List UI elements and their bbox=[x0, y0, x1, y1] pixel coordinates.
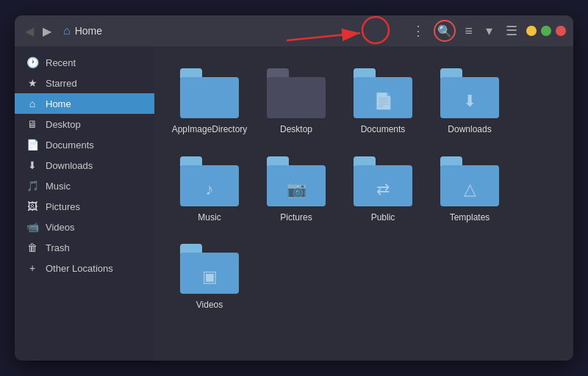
sidebar-item-trash[interactable]: 🗑 Trash bbox=[15, 237, 154, 258]
sidebar-item-documents[interactable]: 📄 Documents bbox=[15, 134, 154, 155]
titlebar: ◀ ▶ ⌂ Home ⋮ 🔍 ≡ ▾ ☰ bbox=[15, 15, 573, 46]
templates-inner-icon: △ bbox=[464, 180, 476, 199]
sidebar-item-label: Recent bbox=[46, 57, 76, 68]
sidebar-item-pictures[interactable]: 🖼 Pictures bbox=[15, 196, 154, 217]
minimize-button[interactable] bbox=[526, 26, 537, 36]
downloads-inner-icon: ⬇ bbox=[463, 92, 476, 111]
folder-label-pictures: Pictures bbox=[280, 212, 312, 224]
content-area: 🕐 Recent ★ Starred ⌂ Home 🖥 Desktop 📄 Do… bbox=[15, 46, 573, 361]
sidebar: 🕐 Recent ★ Starred ⌂ Home 🖥 Desktop 📄 Do… bbox=[15, 46, 154, 361]
sidebar-item-starred[interactable]: ★ Starred bbox=[15, 73, 154, 93]
folder-label-templates: Templates bbox=[450, 212, 490, 224]
folder-label-appimage: AppImageDirectory bbox=[172, 124, 248, 136]
sidebar-item-label: Downloads bbox=[46, 160, 93, 171]
sidebar-item-home[interactable]: ⌂ Home bbox=[15, 93, 154, 114]
folder-music[interactable]: ♪ Music bbox=[169, 149, 250, 231]
music-icon: 🎵 bbox=[26, 180, 38, 192]
page-title: Home bbox=[75, 25, 102, 37]
folder-pictures[interactable]: 📷 Pictures bbox=[256, 149, 337, 231]
folder-icon-downloads: ⬇ bbox=[440, 68, 499, 118]
document-inner-icon: 📄 bbox=[373, 92, 393, 111]
folder-label-documents: Documents bbox=[361, 124, 406, 136]
sidebar-item-other[interactable]: + Other Locations bbox=[15, 258, 154, 278]
home-icon: ⌂ bbox=[63, 24, 71, 37]
folder-documents[interactable]: 📄 Documents bbox=[343, 61, 423, 143]
back-button[interactable]: ◀ bbox=[22, 23, 37, 40]
sidebar-item-label: Pictures bbox=[46, 201, 80, 212]
folder-videos[interactable]: ▣ Videos bbox=[169, 236, 250, 319]
menu-button[interactable]: ☰ bbox=[501, 20, 522, 42]
folder-label-downloads: Downloads bbox=[448, 124, 491, 136]
close-button[interactable] bbox=[556, 26, 566, 36]
more-button[interactable]: ⋮ bbox=[407, 20, 429, 42]
list-view-button[interactable]: ≡ bbox=[460, 21, 477, 42]
sidebar-item-label: Videos bbox=[46, 222, 75, 233]
sidebar-item-recent[interactable]: 🕐 Recent bbox=[15, 52, 154, 73]
breadcrumb: ⌂ Home bbox=[63, 24, 102, 37]
sidebar-item-label: Trash bbox=[46, 242, 70, 253]
view-dropdown-button[interactable]: ▾ bbox=[481, 20, 497, 42]
videos-icon: 📹 bbox=[26, 221, 38, 233]
home-sidebar-icon: ⌂ bbox=[26, 98, 38, 109]
folder-label-music: Music bbox=[198, 212, 220, 224]
sidebar-item-desktop[interactable]: 🖥 Desktop bbox=[15, 114, 154, 134]
sidebar-item-videos[interactable]: 📹 Videos bbox=[15, 217, 154, 237]
other-icon: + bbox=[26, 262, 38, 274]
folder-icon-public: ⇄ bbox=[354, 156, 412, 206]
folder-appimage[interactable]: AppImageDirectory bbox=[169, 61, 250, 143]
folder-icon-documents: 📄 bbox=[354, 68, 412, 118]
file-manager-window: ◀ ▶ ⌂ Home ⋮ 🔍 ≡ ▾ ☰ 🕐 Recent ★ St bbox=[15, 15, 573, 361]
folder-label-desktop: Desktop bbox=[280, 124, 312, 136]
pictures-icon: 🖼 bbox=[26, 200, 38, 212]
folder-icon-templates: △ bbox=[440, 156, 499, 206]
music-inner-icon: ♪ bbox=[206, 180, 214, 199]
maximize-button[interactable] bbox=[541, 26, 551, 36]
forward-button[interactable]: ▶ bbox=[40, 23, 54, 40]
public-inner-icon: ⇄ bbox=[376, 180, 390, 199]
nav-arrows: ◀ ▶ bbox=[22, 23, 54, 40]
sidebar-item-label: Other Locations bbox=[46, 263, 113, 274]
folder-icon-pictures: 📷 bbox=[267, 156, 326, 206]
pictures-inner-icon: 📷 bbox=[287, 180, 306, 199]
folder-downloads[interactable]: ⬇ Downloads bbox=[429, 61, 510, 143]
sidebar-item-label: Documents bbox=[46, 140, 94, 151]
sidebar-item-label: Starred bbox=[46, 78, 77, 89]
desktop-icon: 🖥 bbox=[26, 118, 38, 130]
folder-icon-desktop bbox=[267, 68, 326, 118]
starred-icon: ★ bbox=[26, 77, 38, 89]
sidebar-item-downloads[interactable]: ⬇ Downloads bbox=[15, 155, 154, 176]
documents-icon: 📄 bbox=[26, 139, 38, 151]
sidebar-item-label: Music bbox=[46, 181, 71, 192]
downloads-icon: ⬇ bbox=[26, 159, 38, 171]
folder-icon-appimage bbox=[180, 68, 239, 118]
recent-icon: 🕐 bbox=[26, 57, 38, 68]
sidebar-item-music[interactable]: 🎵 Music bbox=[15, 176, 154, 196]
videos-inner-icon: ▣ bbox=[202, 267, 218, 286]
main-content: AppImageDirectory Desktop 📄 Document bbox=[154, 46, 573, 361]
folder-label-videos: Videos bbox=[196, 300, 223, 311]
toolbar-right: ⋮ 🔍 ≡ ▾ ☰ bbox=[407, 20, 566, 42]
trash-icon: 🗑 bbox=[26, 242, 38, 253]
folder-icon-videos: ▣ bbox=[180, 244, 239, 294]
folder-icon-music: ♪ bbox=[180, 156, 239, 206]
folder-desktop[interactable]: Desktop bbox=[256, 61, 337, 143]
folder-public[interactable]: ⇄ Public bbox=[343, 149, 423, 231]
sidebar-item-label: Home bbox=[46, 98, 71, 109]
folder-templates[interactable]: △ Templates bbox=[429, 149, 510, 231]
sidebar-item-label: Desktop bbox=[46, 119, 81, 130]
search-button[interactable]: 🔍 bbox=[434, 20, 456, 42]
folder-label-public: Public bbox=[371, 212, 395, 224]
